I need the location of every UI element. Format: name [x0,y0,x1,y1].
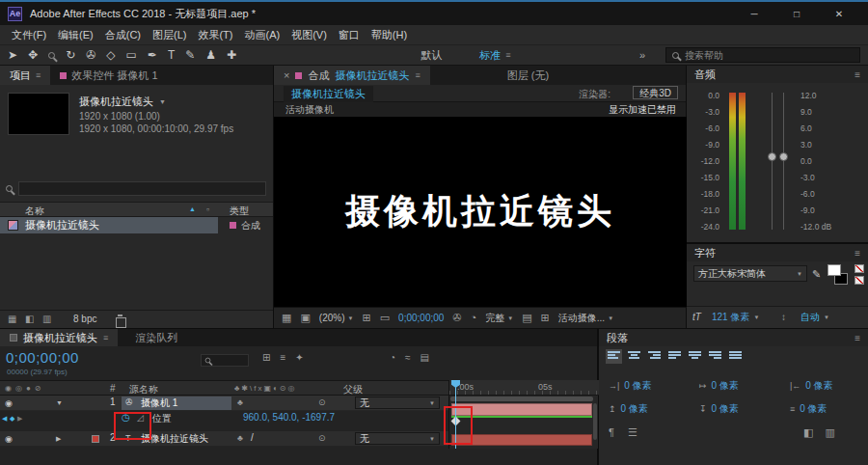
column-name[interactable]: 名称 [25,205,44,218]
sort-ascending-icon[interactable]: ▲ [189,205,196,212]
viewer-monitor-icon[interactable]: ▣ [300,313,310,323]
layer2-parent-select[interactable]: 无 ▼ [355,432,440,445]
menu-view[interactable]: 视图(V) [285,28,333,42]
layer2-label-chip[interactable] [92,435,99,443]
column-badge-icon[interactable]: ▫ [206,205,209,214]
shy-layers-icon[interactable]: ✦ [295,353,303,363]
show-snapshot-icon[interactable]: ◔ [471,313,477,323]
composition-canvas[interactable]: 摄像机拉近镜头 [274,117,687,307]
layer-row-2[interactable]: ◉ ▶ 2 T 摄像机拉近镜头 ♣ / ⊙ 无 ▼ [0,431,448,447]
selection-tool[interactable]: ➤ [8,49,17,61]
maximize-button[interactable]: □ [775,3,818,25]
pen-tool[interactable]: ✒ [148,49,157,61]
next-keyframe-icon[interactable]: ▶ [17,415,22,423]
column-type[interactable]: 类型 [230,205,249,218]
prev-keyframe-icon[interactable]: ◀ [2,415,7,423]
timeline-menu-icon[interactable]: ≡ [103,333,108,342]
audio-menu-icon[interactable]: ≡ [854,69,860,80]
project-item-row[interactable]: 摄像机拉近镜头 合成 [0,217,273,233]
layer2-quality-switch[interactable]: / [251,432,254,443]
close-viewer-icon[interactable]: × [284,69,289,81]
tab-timeline-comp[interactable]: 摄像机拉近镜头 ≡ [0,329,118,346]
zoom-tool[interactable] [48,49,55,61]
space-before-field[interactable]: ↥ 0 像素 [609,402,648,416]
indent-left-field[interactable]: →| 0 像素 [609,379,652,393]
view-layout-select[interactable]: 活动摄像... ▼ [558,312,613,325]
track-scrollbar[interactable] [593,403,597,440]
work-area-bar[interactable] [450,397,593,401]
spacing-field[interactable]: ≡ 0 像素 [790,402,827,416]
audio-slider-left-track[interactable] [772,93,773,230]
workspace-default[interactable]: 默认 [420,48,442,63]
safe-zones-icon[interactable]: ⊞ [362,313,370,323]
search-help-box[interactable] [665,47,860,63]
no-stroke-swatch[interactable] [854,276,864,285]
layer1-name[interactable]: 摄像机 1 [141,397,177,410]
paragraph-menu-icon[interactable]: ≡ [854,333,860,343]
eyedropper-icon[interactable]: ✎ [812,268,821,281]
fast-previews-icon[interactable]: ⊞ [541,313,550,323]
clone-stamp-tool[interactable]: ♟ [205,49,216,61]
direction-rtl-icon[interactable]: ☰ [628,427,637,438]
graph-editor-icon[interactable]: ▤ [420,353,429,363]
audio-slider-right-track[interactable] [783,93,784,230]
timeline-search-box[interactable] [201,354,249,367]
position-property-label[interactable]: 位置 [152,412,172,425]
trash-icon[interactable] [116,315,124,326]
viewer-tab-compname[interactable]: 摄像机拉近镜头 [284,86,373,102]
footer-grid-icon[interactable]: ▦ [8,314,16,324]
close-button[interactable]: ✕ [818,3,860,25]
draft-3d-icon[interactable]: ≡ [280,353,285,363]
pixel-aspect-icon[interactable]: ▤ [522,313,531,323]
type-tool[interactable]: T [168,49,175,61]
layer1-eye-icon[interactable]: ◉ [5,398,13,408]
renderer-value-button[interactable]: 经典3D [633,86,678,99]
layer1-collapse-switch[interactable]: ♣ [237,397,243,407]
footer-rows-icon[interactable]: ▥ [42,314,51,324]
justify-last-right-button[interactable] [707,349,723,364]
position-value[interactable]: 960.0, 540.0, -1697.7 [243,412,335,423]
tab-layer-viewer[interactable]: 图层 (无) [498,66,558,85]
comp-timecode[interactable]: 0;00;00;00 [398,313,444,323]
footer-half-icon[interactable]: ◧ [25,314,34,324]
layer1-parent-select[interactable]: 无 ▼ [355,397,440,409]
viewer-grid-icon[interactable]: ▦ [282,313,291,323]
fill-color-swatch[interactable] [827,264,841,276]
project-bpc-label[interactable]: 8 bpc [73,314,96,324]
project-search-input[interactable] [18,181,266,196]
tab-project[interactable]: 项目 ≡ [0,66,50,85]
font-size-select[interactable]: 121 像素 ▼ [712,311,759,324]
layer1-twirl-icon[interactable]: ▼ [56,399,63,406]
hand-tool[interactable]: ✥ [28,49,38,61]
frame-blend-icon[interactable]: ◔ [390,353,395,363]
align-right-button[interactable] [646,349,663,364]
timeline-timecode[interactable]: 0;00;00;00 [6,349,79,366]
project-comp-name[interactable]: 摄像机拉近镜头 [79,95,153,109]
shape-tool[interactable]: ▭ [125,49,136,61]
comp-mini-flowchart-icon[interactable]: ⊞ [262,353,270,363]
menu-layer[interactable]: 图层(L) [147,28,192,42]
region-of-interest-icon[interactable]: ▭ [380,313,390,323]
layer-row-1[interactable]: ◉ ▼ 1 ✇ 摄像机 1 ♣ ⊙ 无 ▼ [0,396,448,411]
layer2-twirl-icon[interactable]: ▶ [56,435,61,443]
minimize-button[interactable]: ─ [733,3,775,25]
workspace-overflow[interactable]: » [639,49,645,61]
tab-render-queue[interactable]: 渲染队列 [125,329,187,346]
camera-tool[interactable]: ✇ [86,49,95,61]
menu-edit[interactable]: 编辑(E) [52,28,99,42]
rotation-tool[interactable]: ↻ [66,49,75,61]
composer-icon[interactable]: ▥ [825,427,834,438]
font-family-select[interactable]: 方正大标宋简体 ▼ [693,265,807,282]
justify-last-center-button[interactable] [687,349,703,364]
space-after-field[interactable]: ↧ 0 像素 [699,402,739,416]
time-ruler[interactable]: :00s 05s [449,380,599,396]
zoom-select[interactable]: (20%) ▼ [319,313,354,323]
menu-effect[interactable]: 效果(T) [192,28,238,42]
snapshot-icon[interactable]: ✇ [452,313,461,323]
puppet-tool[interactable]: ✚ [227,49,236,61]
menu-composition[interactable]: 合成(C) [99,28,147,42]
motion-blur-icon[interactable]: ≈ [405,353,411,363]
justify-last-left-button[interactable] [666,349,683,364]
resolution-select[interactable]: 完整 ▼ [485,312,513,325]
workspace-standard[interactable]: 标准 [479,48,501,63]
